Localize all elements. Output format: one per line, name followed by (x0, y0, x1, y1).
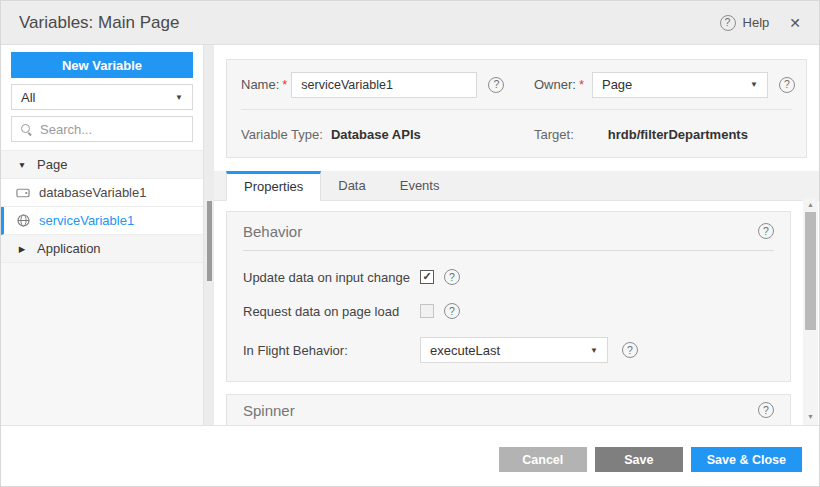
help-label[interactable]: Help (743, 15, 770, 30)
variable-filter-select[interactable]: All ▼ (11, 84, 193, 110)
caret-down-icon[interactable]: ▼ (16, 160, 28, 170)
content-scrollbar[interactable]: ▲ ▼ (803, 198, 818, 425)
target-group: Target: hrdb/filterDepartments (534, 127, 748, 142)
variable-type-value: Database APIs (331, 127, 421, 142)
dialog-body: New Variable All ▼ ▼ Page (1, 45, 819, 425)
variable-tree: ▼ Page databaseVariable1 serviceVariable… (1, 150, 203, 263)
spinner-help-icon[interactable]: ? (758, 402, 774, 418)
sidebar-filler (1, 263, 203, 425)
target-value: hrdb/filterDepartments (608, 127, 748, 142)
filter-selected-value: All (21, 90, 35, 105)
save-button[interactable]: Save (595, 447, 683, 472)
request-data-label: Request data on page load (243, 304, 420, 319)
tree-item-application[interactable]: ▶ Application (1, 235, 203, 263)
behavior-help-icon[interactable]: ? (758, 223, 774, 239)
help-button[interactable]: ? Help (720, 15, 770, 31)
sidebar-scrollbar[interactable] (203, 45, 214, 425)
cancel-button[interactable]: Cancel (499, 447, 587, 472)
variables-dialog: Variables: Main Page ? Help ✕ New Variab… (0, 0, 820, 487)
variable-summary-panel: Name: * ? Owner: * Page ▼ ? (226, 59, 807, 158)
owner-label: Owner: (534, 77, 576, 92)
required-marker: * (282, 77, 287, 92)
service-variable-icon (16, 214, 30, 227)
request-data-row: Request data on page load ? (243, 303, 774, 319)
spinner-section-title: Spinner (243, 402, 758, 419)
in-flight-label: In Flight Behavior: (243, 343, 420, 358)
search-icon (20, 123, 33, 136)
update-data-label: Update data on input change (243, 270, 420, 285)
save-and-close-button[interactable]: Save & Close (691, 447, 802, 472)
chevron-down-icon: ▼ (750, 80, 758, 89)
tree-item-service-variable[interactable]: serviceVariable1 (1, 207, 203, 235)
variables-sidebar: New Variable All ▼ ▼ Page (1, 45, 203, 425)
help-icon[interactable]: ? (720, 15, 736, 31)
required-marker: * (579, 77, 584, 92)
dialog-footer: Cancel Save Save & Close (1, 425, 819, 486)
caret-right-icon[interactable]: ▶ (16, 244, 28, 254)
owner-select[interactable]: Page ▼ (592, 72, 768, 98)
request-data-help-icon[interactable]: ? (444, 303, 460, 319)
name-input[interactable] (291, 72, 477, 98)
name-help-icon[interactable]: ? (488, 77, 504, 93)
behavior-section: Behavior ? Update data on input change ✓… (226, 211, 791, 382)
request-data-checkbox[interactable] (420, 304, 434, 318)
tab-properties[interactable]: Properties (226, 171, 321, 201)
tree-item-label: Page (37, 157, 67, 172)
scroll-up-icon[interactable]: ▲ (803, 198, 818, 211)
check-icon: ✓ (422, 270, 431, 283)
owner-selected-value: Page (602, 77, 632, 92)
sidebar-controls: New Variable All ▼ (1, 45, 203, 150)
tab-data[interactable]: Data (321, 171, 382, 200)
page-title: Variables: Main Page (19, 13, 720, 33)
tree-item-label: databaseVariable1 (39, 185, 146, 200)
in-flight-select[interactable]: executeLast ▼ (420, 337, 608, 363)
sidebar-scrollbar-thumb[interactable] (207, 201, 212, 281)
chevron-down-icon: ▼ (590, 346, 598, 355)
search-input[interactable] (40, 122, 180, 137)
update-data-help-icon[interactable]: ? (444, 269, 460, 285)
properties-content: Behavior ? Update data on input change ✓… (214, 201, 802, 425)
variable-type-label: Variable Type: (241, 127, 323, 142)
scroll-down-icon[interactable]: ▼ (803, 410, 818, 423)
tree-item-page[interactable]: ▼ Page (1, 151, 203, 179)
variable-detail-pane: Name: * ? Owner: * Page ▼ ? (214, 45, 819, 425)
content-scrollbar-thumb[interactable] (805, 212, 816, 330)
tree-item-database-variable[interactable]: databaseVariable1 (1, 179, 203, 207)
in-flight-row: In Flight Behavior: executeLast ▼ ? (243, 337, 774, 363)
section-divider (243, 250, 774, 251)
owner-help-icon[interactable]: ? (779, 77, 795, 93)
name-label: Name: (241, 77, 279, 92)
name-field-group: Name: * ? (241, 72, 534, 98)
update-data-row: Update data on input change ✓ ? (243, 269, 774, 285)
owner-field-group: Owner: * Page ▼ ? (534, 72, 795, 98)
in-flight-help-icon[interactable]: ? (622, 342, 638, 358)
variable-search (11, 116, 193, 142)
chevron-down-icon: ▼ (175, 93, 183, 102)
spinner-section: Spinner ? (226, 394, 791, 425)
update-data-checkbox[interactable]: ✓ (420, 270, 434, 284)
tab-events[interactable]: Events (383, 171, 457, 200)
new-variable-button[interactable]: New Variable (11, 52, 193, 78)
database-variable-icon (16, 187, 30, 199)
close-icon[interactable]: ✕ (789, 15, 801, 31)
tree-item-label: Application (37, 241, 101, 256)
variable-type-group: Variable Type: Database APIs (241, 127, 534, 142)
in-flight-selected-value: executeLast (430, 343, 500, 358)
dialog-header: Variables: Main Page ? Help ✕ (1, 1, 819, 45)
target-label: Target: (534, 127, 574, 142)
detail-tab-bar: Properties Data Events (214, 171, 819, 201)
behavior-section-title: Behavior (243, 223, 758, 240)
tree-item-label: serviceVariable1 (39, 213, 134, 228)
